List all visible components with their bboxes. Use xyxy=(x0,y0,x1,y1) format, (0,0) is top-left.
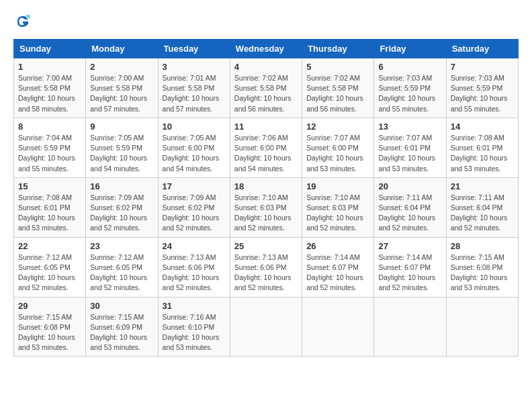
day-number: 13 xyxy=(378,122,441,132)
day-info: Sunrise: 7:00 AM Sunset: 5:58 PM Dayligh… xyxy=(18,73,81,114)
calendar-cell: 18Sunrise: 7:10 AM Sunset: 6:03 PM Dayli… xyxy=(230,177,302,237)
calendar-cell: 1Sunrise: 7:00 AM Sunset: 5:58 PM Daylig… xyxy=(14,58,86,118)
day-info: Sunrise: 7:14 AM Sunset: 6:07 PM Dayligh… xyxy=(378,253,441,293)
header-wednesday: Wednesday xyxy=(230,40,302,58)
calendar-cell: 16Sunrise: 7:09 AM Sunset: 6:02 PM Dayli… xyxy=(86,177,158,237)
day-number: 19 xyxy=(306,181,369,191)
calendar-cell: 23Sunrise: 7:12 AM Sunset: 6:05 PM Dayli… xyxy=(86,237,158,297)
header-tuesday: Tuesday xyxy=(158,40,230,58)
day-number: 25 xyxy=(234,241,298,251)
day-info: Sunrise: 7:10 AM Sunset: 6:03 PM Dayligh… xyxy=(234,193,298,234)
day-number: 14 xyxy=(451,122,514,132)
calendar-cell: 14Sunrise: 7:08 AM Sunset: 6:01 PM Dayli… xyxy=(446,118,518,177)
calendar-cell: 21Sunrise: 7:11 AM Sunset: 6:04 PM Dayli… xyxy=(446,177,518,237)
calendar-cell: 10Sunrise: 7:05 AM Sunset: 6:00 PM Dayli… xyxy=(158,118,230,177)
day-number: 7 xyxy=(451,62,514,72)
day-info: Sunrise: 7:12 AM Sunset: 6:05 PM Dayligh… xyxy=(90,253,153,293)
day-number: 16 xyxy=(90,181,153,191)
calendar-cell: 19Sunrise: 7:10 AM Sunset: 6:03 PM Dayli… xyxy=(302,177,374,237)
day-number: 1 xyxy=(18,62,81,72)
calendar-cell: 20Sunrise: 7:11 AM Sunset: 6:04 PM Dayli… xyxy=(374,177,446,237)
calendar-cell: 7Sunrise: 7:03 AM Sunset: 5:59 PM Daylig… xyxy=(446,58,518,118)
day-info: Sunrise: 7:08 AM Sunset: 6:01 PM Dayligh… xyxy=(451,133,514,174)
calendar-cell: 24Sunrise: 7:13 AM Sunset: 6:06 PM Dayli… xyxy=(158,237,230,297)
header-friday: Friday xyxy=(374,40,446,58)
calendar-cell: 5Sunrise: 7:02 AM Sunset: 5:58 PM Daylig… xyxy=(302,58,374,118)
calendar-cell: 27Sunrise: 7:14 AM Sunset: 6:07 PM Dayli… xyxy=(374,237,446,297)
day-info: Sunrise: 7:03 AM Sunset: 5:59 PM Dayligh… xyxy=(378,73,441,114)
header-saturday: Saturday xyxy=(446,40,518,58)
calendar-cell: 4Sunrise: 7:02 AM Sunset: 5:58 PM Daylig… xyxy=(230,58,302,118)
day-number: 31 xyxy=(163,301,226,311)
calendar-cell: 29Sunrise: 7:15 AM Sunset: 6:08 PM Dayli… xyxy=(14,297,86,357)
day-info: Sunrise: 7:15 AM Sunset: 6:09 PM Dayligh… xyxy=(90,312,153,353)
calendar-cell: 8Sunrise: 7:04 AM Sunset: 5:59 PM Daylig… xyxy=(14,118,86,177)
calendar-cell: 25Sunrise: 7:13 AM Sunset: 6:06 PM Dayli… xyxy=(230,237,302,297)
calendar-cell: 28Sunrise: 7:15 AM Sunset: 6:08 PM Dayli… xyxy=(446,237,518,297)
day-info: Sunrise: 7:05 AM Sunset: 6:00 PM Dayligh… xyxy=(163,133,226,174)
calendar-cell: 26Sunrise: 7:14 AM Sunset: 6:07 PM Dayli… xyxy=(302,237,374,297)
calendar-cell: 13Sunrise: 7:07 AM Sunset: 6:01 PM Dayli… xyxy=(374,118,446,177)
calendar-cell: 22Sunrise: 7:12 AM Sunset: 6:05 PM Dayli… xyxy=(14,237,86,297)
day-number: 8 xyxy=(18,122,81,132)
day-number: 5 xyxy=(306,62,369,72)
day-number: 3 xyxy=(163,62,226,72)
day-number: 11 xyxy=(234,122,298,132)
day-info: Sunrise: 7:14 AM Sunset: 6:07 PM Dayligh… xyxy=(306,253,369,293)
day-info: Sunrise: 7:07 AM Sunset: 6:00 PM Dayligh… xyxy=(306,133,369,174)
calendar-cell: 2Sunrise: 7:00 AM Sunset: 5:58 PM Daylig… xyxy=(86,58,158,118)
day-info: Sunrise: 7:02 AM Sunset: 5:58 PM Dayligh… xyxy=(234,73,298,114)
header-thursday: Thursday xyxy=(302,40,374,58)
calendar-cell xyxy=(446,297,518,357)
page-header xyxy=(13,13,519,32)
day-info: Sunrise: 7:13 AM Sunset: 6:06 PM Dayligh… xyxy=(234,253,298,293)
day-number: 15 xyxy=(18,181,81,191)
calendar-cell: 17Sunrise: 7:09 AM Sunset: 6:02 PM Dayli… xyxy=(158,177,230,237)
day-number: 4 xyxy=(234,62,298,72)
calendar-cell: 30Sunrise: 7:15 AM Sunset: 6:09 PM Dayli… xyxy=(86,297,158,357)
day-info: Sunrise: 7:06 AM Sunset: 6:00 PM Dayligh… xyxy=(234,133,298,174)
day-info: Sunrise: 7:15 AM Sunset: 6:08 PM Dayligh… xyxy=(18,312,81,353)
day-number: 26 xyxy=(306,241,369,251)
day-info: Sunrise: 7:13 AM Sunset: 6:06 PM Dayligh… xyxy=(163,253,226,293)
header-sunday: Sunday xyxy=(14,40,86,58)
day-number: 21 xyxy=(451,181,514,191)
logo-icon xyxy=(15,13,31,30)
day-info: Sunrise: 7:01 AM Sunset: 5:58 PM Dayligh… xyxy=(163,73,226,114)
day-info: Sunrise: 7:02 AM Sunset: 5:58 PM Dayligh… xyxy=(306,73,369,114)
day-number: 24 xyxy=(163,241,226,251)
calendar-cell xyxy=(230,297,302,357)
calendar-table: SundayMondayTuesdayWednesdayThursdayFrid… xyxy=(13,39,519,357)
day-info: Sunrise: 7:15 AM Sunset: 6:08 PM Dayligh… xyxy=(451,253,514,293)
logo xyxy=(13,13,31,32)
day-number: 22 xyxy=(18,241,81,251)
day-info: Sunrise: 7:11 AM Sunset: 6:04 PM Dayligh… xyxy=(451,193,514,234)
day-info: Sunrise: 7:07 AM Sunset: 6:01 PM Dayligh… xyxy=(378,133,441,174)
calendar-week-row: 29Sunrise: 7:15 AM Sunset: 6:08 PM Dayli… xyxy=(14,297,519,357)
day-info: Sunrise: 7:12 AM Sunset: 6:05 PM Dayligh… xyxy=(18,253,81,293)
day-number: 2 xyxy=(90,62,153,72)
day-number: 6 xyxy=(378,62,441,72)
calendar-week-row: 22Sunrise: 7:12 AM Sunset: 6:05 PM Dayli… xyxy=(14,237,519,297)
day-info: Sunrise: 7:09 AM Sunset: 6:02 PM Dayligh… xyxy=(163,193,226,234)
calendar-cell: 9Sunrise: 7:05 AM Sunset: 5:59 PM Daylig… xyxy=(86,118,158,177)
calendar-cell xyxy=(374,297,446,357)
calendar-week-row: 15Sunrise: 7:08 AM Sunset: 6:01 PM Dayli… xyxy=(14,177,519,237)
day-number: 12 xyxy=(306,122,369,132)
day-number: 29 xyxy=(18,301,81,311)
day-number: 10 xyxy=(163,122,226,132)
calendar-cell: 11Sunrise: 7:06 AM Sunset: 6:00 PM Dayli… xyxy=(230,118,302,177)
calendar-header-row: SundayMondayTuesdayWednesdayThursdayFrid… xyxy=(14,40,519,58)
day-number: 20 xyxy=(378,181,441,191)
day-number: 23 xyxy=(90,241,153,251)
calendar-cell: 3Sunrise: 7:01 AM Sunset: 5:58 PM Daylig… xyxy=(158,58,230,118)
day-info: Sunrise: 7:11 AM Sunset: 6:04 PM Dayligh… xyxy=(378,193,441,234)
day-number: 17 xyxy=(163,181,226,191)
calendar-cell xyxy=(302,297,374,357)
day-info: Sunrise: 7:00 AM Sunset: 5:58 PM Dayligh… xyxy=(90,73,153,114)
calendar-week-row: 8Sunrise: 7:04 AM Sunset: 5:59 PM Daylig… xyxy=(14,118,519,177)
calendar-cell: 15Sunrise: 7:08 AM Sunset: 6:01 PM Dayli… xyxy=(14,177,86,237)
header-monday: Monday xyxy=(86,40,158,58)
day-number: 9 xyxy=(90,122,153,132)
day-info: Sunrise: 7:16 AM Sunset: 6:10 PM Dayligh… xyxy=(163,312,226,353)
